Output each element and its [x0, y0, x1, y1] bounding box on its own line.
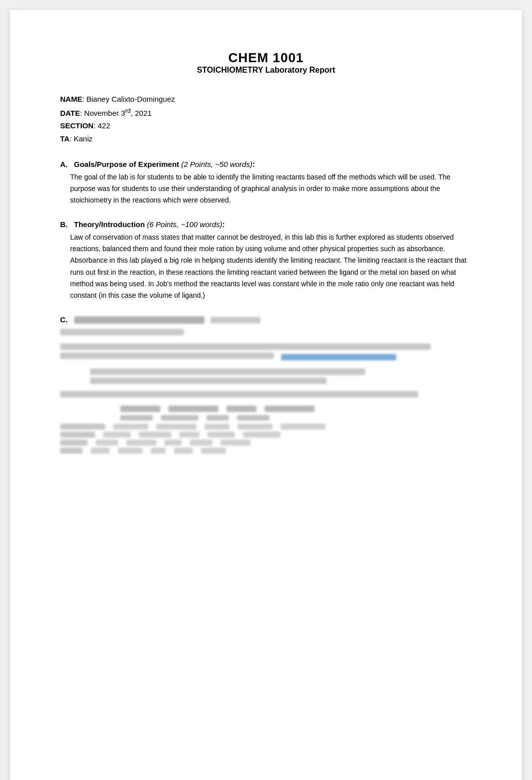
section-a-body: The goal of the lab is for students to b…	[70, 171, 472, 206]
section-a-header: A. Goals/Purpose of Experiment (2 Points…	[60, 160, 472, 168]
section-a-title: Goals/Purpose of Experiment	[74, 160, 179, 168]
section-c: C.	[60, 315, 472, 454]
meta-name: NAME: Bianey Calixto-Dominguez	[60, 93, 472, 106]
ta-label: TA	[60, 134, 70, 143]
table-row	[60, 440, 472, 446]
table-header	[120, 406, 472, 412]
section-b-points: (6 Points, ~100 words)	[147, 220, 222, 229]
table-col-2-header	[168, 406, 218, 412]
table-col-3-header	[226, 406, 256, 412]
section-c-points-blurred	[210, 317, 260, 323]
section-c-paragraph2	[60, 391, 472, 398]
name-label: NAME	[60, 95, 82, 103]
section-b: B. Theory/Introduction (6 Points, ~100 w…	[60, 220, 472, 301]
document-subtitle: STOICHIOMETRY Laboratory Report	[60, 66, 472, 75]
blurred-table	[60, 406, 472, 454]
section-a: A. Goals/Purpose of Experiment (2 Points…	[60, 160, 472, 206]
section-b-body: Law of conservation of mass states that …	[70, 232, 472, 301]
section-label: SECTION	[60, 121, 94, 130]
meta-ta: TA: Kaniz	[60, 132, 472, 145]
document-page: CHEM 1001 STOICHIOMETRY Laboratory Repor…	[10, 10, 522, 780]
section-c-header: C.	[60, 315, 472, 324]
ta-value: Kaniz	[74, 134, 93, 143]
table-subheader	[120, 415, 472, 421]
section-c-label: C.	[60, 315, 68, 324]
date-label: DATE	[60, 109, 80, 117]
name-value: Bianey Calixto-Dominguez	[87, 95, 175, 103]
date-value: November 3rd, 2021	[84, 109, 152, 117]
section-a-label: A.	[60, 160, 68, 168]
section-c-indented	[60, 368, 472, 384]
section-a-points: (2 Points, ~50 words)	[181, 160, 252, 168]
meta-date: DATE: November 3rd, 2021	[60, 106, 472, 120]
section-value: 422	[98, 121, 110, 130]
section-c-title-blurred	[74, 316, 204, 324]
table-row	[60, 448, 472, 454]
section-b-label: B.	[60, 220, 68, 229]
section-b-title: Theory/Introduction	[74, 220, 145, 229]
table-col-4-header	[264, 406, 315, 412]
meta-section: NAME: Bianey Calixto-Dominguez DATE: Nov…	[60, 93, 472, 145]
section-b-header: B. Theory/Introduction (6 Points, ~100 w…	[60, 220, 472, 229]
table-row	[60, 432, 472, 438]
document-header: CHEM 1001 STOICHIOMETRY Laboratory Repor…	[60, 50, 472, 75]
section-c-paragraph1	[60, 343, 472, 361]
section-c-subheading	[60, 329, 472, 335]
meta-section: SECTION: 422	[60, 119, 472, 132]
blurred-link	[281, 354, 396, 360]
document-title: CHEM 1001	[60, 50, 472, 66]
table-row	[60, 424, 472, 430]
table-col-1-header	[120, 406, 160, 412]
